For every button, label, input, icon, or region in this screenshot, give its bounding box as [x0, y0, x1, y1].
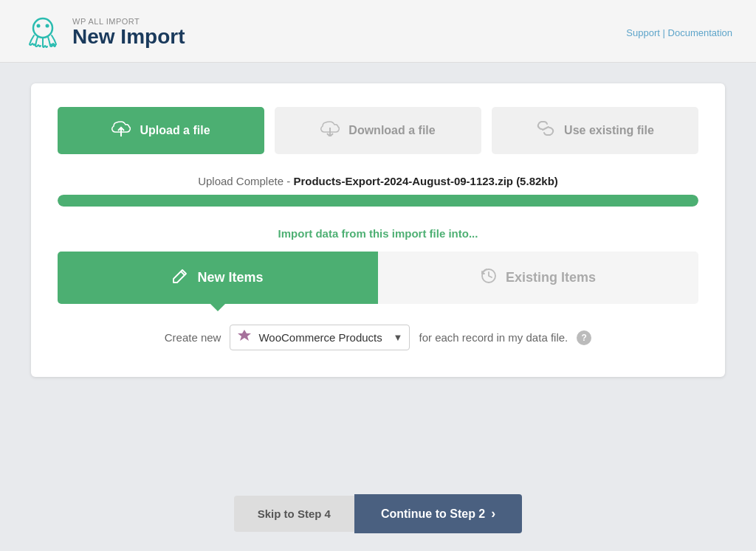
page-title: New Import — [72, 26, 185, 49]
svg-point-1 — [37, 24, 41, 28]
header: WP ALL IMPORT New Import Support | Docum… — [0, 0, 756, 63]
tab-new-items[interactable]: New Items — [58, 252, 378, 304]
tab-existing-file-label: Use existing file — [564, 124, 654, 137]
tab-existing-file[interactable]: Use existing file — [492, 107, 698, 154]
import-card: Upload a file Download a file — [31, 83, 725, 377]
support-link[interactable]: Support — [626, 27, 660, 38]
import-type-tabs: New Items Existing Items — [58, 252, 698, 304]
footer-actions: Skip to Step 4 Continue to Step 2 › — [0, 481, 756, 551]
docs-link[interactable]: Documentation — [668, 27, 732, 38]
continue-label: Continue to Step 2 — [381, 507, 485, 521]
product-type-select[interactable]: WooCommerce Products — [230, 325, 410, 350]
link-icon — [536, 120, 555, 141]
logo-icon — [24, 13, 62, 52]
svg-point-2 — [46, 24, 49, 28]
progress-bar-fill — [58, 195, 698, 207]
header-left: WP ALL IMPORT New Import — [24, 13, 185, 52]
tab-existing-items[interactable]: Existing Items — [378, 252, 698, 304]
pencil-icon — [172, 268, 188, 288]
tab-upload[interactable]: Upload a file — [58, 107, 264, 154]
create-new-prefix: Create new — [165, 331, 221, 344]
upload-status-prefix: Upload Complete - — [198, 175, 293, 187]
continue-button[interactable]: Continue to Step 2 › — [354, 494, 522, 533]
history-icon — [481, 268, 497, 288]
for-each-label: for each record in my data file. — [419, 331, 568, 344]
arrow-icon: › — [491, 506, 495, 521]
upload-status: Upload Complete - Products-Export-2024-A… — [58, 175, 698, 187]
svg-point-0 — [33, 18, 52, 38]
create-new-row: Create new WooCommerce Products ▼ for ea… — [58, 325, 698, 350]
link-separator: | — [663, 27, 665, 38]
help-icon[interactable]: ? — [577, 330, 591, 345]
help-text: ? — [582, 333, 587, 343]
svg-line-5 — [543, 127, 549, 130]
progress-bar-track — [58, 195, 698, 207]
tab-download-label: Download a file — [348, 124, 435, 137]
download-cloud-icon — [320, 120, 340, 141]
header-links: Support | Documentation — [626, 27, 732, 38]
import-into-label: Import data from this import file into..… — [58, 227, 698, 240]
app-name: WP ALL IMPORT — [72, 17, 185, 26]
skip-to-step-button[interactable]: Skip to Step 4 — [234, 496, 354, 532]
new-items-label: New Items — [197, 270, 263, 285]
file-source-tabs: Upload a file Download a file — [58, 107, 698, 154]
header-title-block: WP ALL IMPORT New Import — [72, 17, 185, 49]
uploaded-filename: Products-Export-2024-August-09-1123.zip … — [293, 175, 557, 187]
tab-upload-label: Upload a file — [140, 124, 210, 137]
existing-items-label: Existing Items — [506, 270, 596, 285]
tab-download[interactable]: Download a file — [275, 107, 481, 154]
upload-icon — [111, 120, 131, 141]
product-type-dropdown-wrap: WooCommerce Products ▼ — [230, 325, 410, 350]
main-content: Upload a file Download a file — [0, 63, 756, 481]
